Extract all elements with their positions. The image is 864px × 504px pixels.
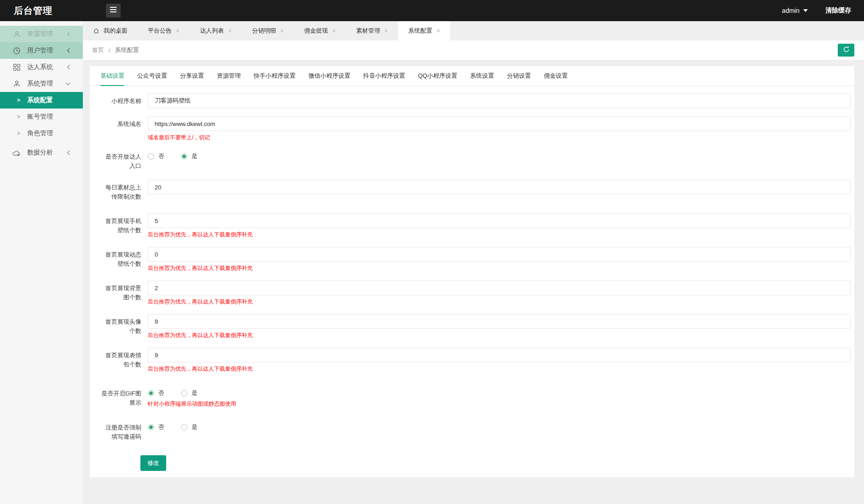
sidebar-item-talent[interactable]: 达人系统 bbox=[0, 59, 83, 75]
mini-program-name-input[interactable] bbox=[148, 93, 851, 108]
refresh-icon bbox=[843, 46, 850, 54]
radio-label: 是 bbox=[191, 423, 197, 431]
close-icon[interactable]: × bbox=[384, 28, 388, 34]
form-row: 首页展现背景图个数 后台推荐为优先，再以达人下载量倒序补充 bbox=[101, 281, 851, 306]
settings-tab-wechat[interactable]: 微信小程序设置 bbox=[308, 72, 350, 86]
tab-talent-list[interactable]: 达人列表 × bbox=[190, 21, 242, 40]
settings-tab-official-account[interactable]: 公众号设置 bbox=[137, 72, 167, 86]
close-icon[interactable]: × bbox=[280, 28, 284, 34]
window-tab-bar: 我的桌面 平台公告 × 达人列表 × 分销明细 × 佣金提现 × 素材管理 × bbox=[83, 21, 864, 40]
settings-tab-distribution[interactable]: 分销设置 bbox=[507, 72, 531, 86]
radio-option-no[interactable]: 否 bbox=[148, 423, 164, 431]
radio-label: 否 bbox=[158, 389, 164, 397]
arrow-right-icon: > bbox=[17, 97, 21, 103]
phone-wallpaper-count-input[interactable] bbox=[148, 213, 851, 228]
tab-desktop[interactable]: 我的桌面 bbox=[83, 21, 138, 40]
sidebar-subitem-account[interactable]: > 账号管理 bbox=[0, 109, 83, 125]
field-label: 首页展现背景图个数 bbox=[101, 281, 141, 306]
sidebar-item-label: 系统管理 bbox=[27, 80, 53, 88]
tab-commission-withdraw[interactable]: 佣金提现 × bbox=[294, 21, 346, 40]
refresh-button[interactable] bbox=[838, 44, 854, 57]
sidebar-item-system[interactable]: 系统管理 bbox=[0, 75, 83, 92]
home-icon bbox=[93, 28, 99, 34]
settings-tab-share[interactable]: 分享设置 bbox=[180, 72, 204, 86]
form-row: 首页展现手机壁纸个数 后台推荐为优先，再以达人下载量倒序补充 bbox=[101, 213, 851, 239]
settings-tab-qq[interactable]: QQ小程序设置 bbox=[418, 72, 457, 86]
field-hint: 后台推荐为优先，再以达人下载量倒序补充 bbox=[148, 331, 851, 339]
field-label: 是否开放达人入口 bbox=[101, 149, 141, 171]
form-row: 首页展现头像个数 后台推荐为优先，再以达人下载量倒序补充 bbox=[101, 314, 851, 339]
sidebar-item-data-analysis[interactable]: 数据分析 bbox=[0, 144, 83, 161]
tab-label: 系统配置 bbox=[408, 27, 432, 35]
breadcrumb-current: 系统配置 bbox=[115, 46, 139, 54]
top-header: 后台管理 admin 清除缓存 bbox=[0, 0, 864, 21]
radio-icon bbox=[181, 153, 187, 160]
tab-label: 佣金提现 bbox=[304, 27, 328, 35]
user-icon bbox=[12, 29, 21, 39]
tab-system-config[interactable]: 系统配置 × bbox=[398, 21, 450, 40]
settings-tab-bar: 基础设置 公众号设置 分享设置 资源管理 快手小程序设置 微信小程序设置 抖音小… bbox=[90, 66, 854, 86]
tab-label: 平台公告 bbox=[148, 27, 172, 35]
breadcrumb-bar: 首页 / 系统配置 bbox=[83, 40, 864, 60]
radio-icon bbox=[181, 390, 187, 396]
radio-icon bbox=[148, 153, 154, 160]
radio-option-no[interactable]: 否 bbox=[148, 152, 164, 160]
radio-option-yes[interactable]: 是 bbox=[181, 423, 197, 431]
tab-label: 达人列表 bbox=[200, 27, 224, 35]
field-label: 小程序名称 bbox=[101, 93, 141, 108]
radio-option-yes[interactable]: 是 bbox=[181, 389, 197, 397]
settings-tab-kuaishou[interactable]: 快手小程序设置 bbox=[254, 72, 296, 86]
chevron-left-icon bbox=[66, 48, 71, 53]
field-label: 每日素材总上传限制次数 bbox=[101, 180, 141, 201]
sidebar-subitem-system-config[interactable]: > 系统配置 bbox=[0, 92, 83, 109]
domain-input[interactable] bbox=[148, 116, 851, 131]
tab-label: 我的桌面 bbox=[104, 27, 128, 35]
settings-tab-resource[interactable]: 资源管理 bbox=[217, 72, 241, 86]
sidebar-item-label: 账号管理 bbox=[27, 113, 53, 121]
sidebar-item-label: 系统配置 bbox=[27, 96, 53, 104]
dynamic-wallpaper-count-input[interactable] bbox=[148, 247, 851, 262]
settings-tab-commission[interactable]: 佣金设置 bbox=[544, 72, 568, 86]
tab-distribution-detail[interactable]: 分销明细 × bbox=[242, 21, 294, 40]
background-count-input[interactable] bbox=[148, 281, 851, 295]
radio-option-no[interactable]: 否 bbox=[148, 389, 164, 397]
settings-tab-basic[interactable]: 基础设置 bbox=[100, 72, 124, 86]
radio-label: 否 bbox=[158, 152, 164, 160]
radio-option-yes[interactable]: 是 bbox=[181, 152, 197, 160]
arrow-right-icon: > bbox=[17, 114, 21, 120]
clock-icon bbox=[12, 46, 21, 55]
sidebar-item-resource[interactable]: 资源管理 bbox=[0, 26, 83, 42]
tab-label: 分销明细 bbox=[252, 27, 276, 35]
sidebar-item-label: 资源管理 bbox=[27, 30, 53, 38]
radio-icon bbox=[148, 424, 154, 430]
sidebar-subitem-role[interactable]: > 角色管理 bbox=[0, 125, 83, 142]
form-row: 首页展现动态壁纸个数 后台推荐为优先，再以达人下载量倒序补充 bbox=[101, 247, 851, 272]
close-icon[interactable]: × bbox=[228, 28, 232, 34]
settings-tab-system[interactable]: 系统设置 bbox=[470, 72, 494, 86]
field-label: 首页展现表情包个数 bbox=[101, 348, 141, 373]
emoji-count-input[interactable] bbox=[148, 348, 851, 362]
close-icon[interactable]: × bbox=[436, 28, 440, 34]
sidebar-item-user-mgmt[interactable]: 用户管理 bbox=[0, 42, 83, 59]
tab-platform-announcement[interactable]: 平台公告 × bbox=[138, 21, 190, 40]
user-menu[interactable]: admin bbox=[782, 7, 808, 14]
basic-settings-form: 小程序名称 系统域名 域名最后不要带上/，切记 是否开放达人入口 bbox=[90, 86, 854, 471]
settings-tab-douyin[interactable]: 抖音小程序设置 bbox=[363, 72, 405, 86]
radio-icon bbox=[181, 424, 187, 430]
breadcrumb-home[interactable]: 首页 bbox=[92, 46, 104, 54]
talent-entry-radio-group: 否 是 bbox=[148, 149, 851, 160]
close-icon[interactable]: × bbox=[176, 28, 180, 34]
clear-cache-button[interactable]: 清除缓存 bbox=[825, 6, 851, 15]
tab-material[interactable]: 素材管理 × bbox=[346, 21, 398, 40]
daily-upload-limit-input[interactable] bbox=[148, 180, 851, 195]
field-label: 注册是否强制填写邀请码 bbox=[101, 420, 141, 441]
field-label: 系统域名 bbox=[101, 116, 141, 142]
app-title: 后台管理 bbox=[0, 5, 83, 17]
field-hint: 后台推荐为优先，再以达人下载量倒序补充 bbox=[148, 230, 851, 239]
grid-icon bbox=[12, 63, 21, 72]
submit-button[interactable]: 修改 bbox=[140, 455, 166, 471]
avatar-count-input[interactable] bbox=[148, 314, 851, 329]
radio-icon bbox=[148, 390, 154, 396]
sidebar-toggle-button[interactable] bbox=[106, 4, 121, 17]
close-icon[interactable]: × bbox=[332, 28, 336, 34]
